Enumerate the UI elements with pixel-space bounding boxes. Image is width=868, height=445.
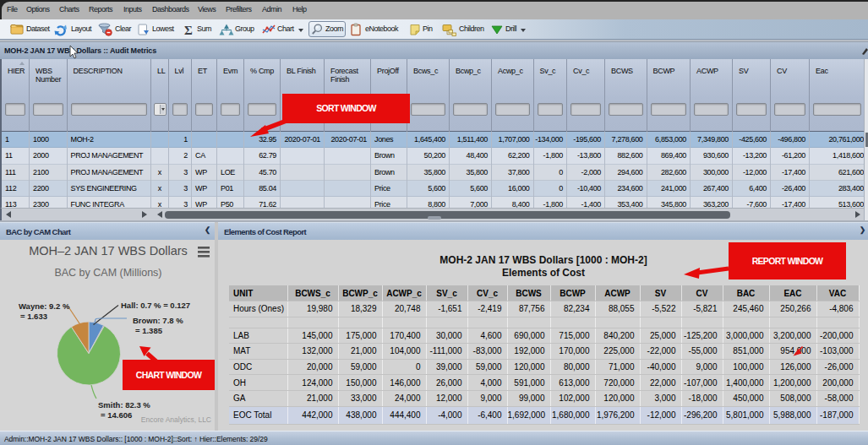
svg-text:Σ: Σ [184,24,193,37]
